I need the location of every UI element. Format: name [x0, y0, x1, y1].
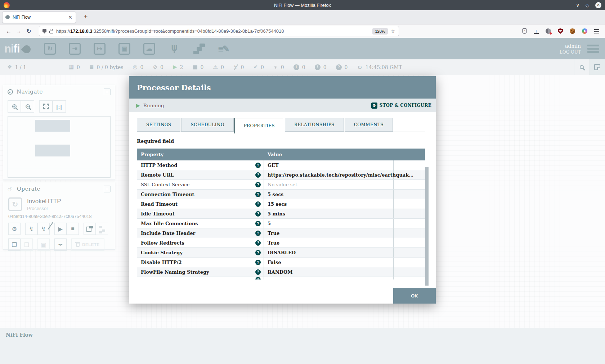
url-text[interactable]: https://172.18.0.3:32558/nifi/?processGr…	[56, 28, 369, 34]
property-value[interactable]: True	[264, 238, 394, 247]
password-manager-extension-icon[interactable]	[522, 28, 527, 34]
url-bar[interactable]: https://172.18.0.3:32558/nifi/?processGr…	[39, 26, 399, 36]
property-value[interactable]: 5	[264, 219, 394, 228]
new-tab-button[interactable]: +	[81, 13, 90, 21]
ublock-extension-icon[interactable]	[558, 28, 563, 34]
property-value[interactable]: GET	[264, 160, 394, 170]
property-name: Include Date Header	[141, 231, 195, 236]
property-value[interactable]: 5 secs	[264, 190, 394, 199]
property-row[interactable]: FlowFile Naming Strategy ? RANDOM	[137, 267, 425, 277]
dialog-title: Processor Details	[129, 76, 436, 99]
property-name: Connection Timeout	[141, 192, 194, 197]
property-name: FlowFile Naming Strategy	[141, 269, 209, 275]
help-icon[interactable]: ?	[255, 260, 261, 265]
table-scrollbar[interactable]	[425, 167, 429, 286]
dialog-tab[interactable]: SCHEDULING	[181, 118, 233, 132]
property-name: SSL Context Service	[141, 182, 189, 187]
lock-icon[interactable]	[49, 31, 53, 33]
property-value[interactable]: False	[264, 258, 394, 267]
property-row[interactable]: Idle Timeout ? 5 mins	[137, 209, 425, 219]
forward-icon[interactable]: →	[14, 28, 24, 35]
extension-icon[interactable]	[546, 28, 551, 34]
ok-button[interactable]: OK	[393, 288, 436, 304]
downloads-icon[interactable]: ↓	[534, 29, 539, 34]
property-value[interactable]: DISABLED	[264, 248, 394, 257]
window-title: NiFi Flow — Mozilla Firefox	[0, 3, 605, 8]
property-value[interactable]: No value set	[264, 180, 394, 189]
help-icon[interactable]: ?	[255, 211, 261, 217]
property-row[interactable]: Disable HTTP/2 ? False	[137, 258, 425, 267]
row-extra-cell	[394, 258, 422, 267]
value-column-header: Value	[264, 152, 394, 157]
property-column-header: Property	[137, 152, 264, 157]
table-header: Property Value	[137, 149, 425, 160]
dialog-tab[interactable]: COMMENTS	[345, 118, 393, 132]
property-name: Follow Redirects	[141, 240, 184, 246]
dialog-tab[interactable]: RELATIONSHIPS	[285, 118, 344, 132]
help-icon[interactable]: ?	[255, 201, 261, 207]
screen: NiFi Flow — Mozilla Firefox ∨ ◇ ✕ NiFi F…	[0, 0, 605, 364]
property-value[interactable]: True	[264, 228, 394, 238]
required-field-note: Required field	[137, 138, 425, 144]
property-row[interactable]: Follow Redirects ? True	[137, 238, 425, 248]
row-extra-cell	[394, 170, 422, 179]
nifi-app: nifi ↻ ⇥ ↦ ▣ ☁ ⋔ ≣✎ admin LOG OUT	[0, 38, 605, 364]
close-window-icon[interactable]: ✕	[595, 2, 601, 8]
property-value[interactable]: 5 mins	[264, 209, 394, 218]
help-icon[interactable]: ?	[255, 163, 261, 168]
row-extra-cell	[394, 248, 422, 257]
property-row[interactable]: HTTP Method ? GET	[137, 160, 425, 170]
tracking-protection-icon[interactable]	[42, 29, 46, 33]
minimize-icon[interactable]: ∨	[576, 3, 579, 8]
browser-navbar: ← → ↻ https://172.18.0.3:32558/nifi/?pro…	[0, 24, 605, 38]
property-value[interactable]: 15 secs	[264, 199, 394, 209]
properties-table: Property Value HTTP Method ?	[137, 149, 425, 279]
help-icon[interactable]: ?	[255, 221, 261, 226]
running-state-icon: ▶	[136, 103, 140, 108]
property-row[interactable]: Remote URL ? https://repo.stackable.tech…	[137, 170, 425, 180]
browser-tab[interactable]: NiFi Flow ✕	[2, 12, 76, 23]
property-name: Disable HTTP/2	[141, 260, 182, 265]
help-icon[interactable]: ?	[255, 269, 261, 275]
help-icon[interactable]: ?	[255, 182, 261, 187]
row-extra-cell	[394, 209, 422, 218]
help-icon[interactable]: ?	[255, 172, 261, 178]
dialog-tab[interactable]: PROPERTIES	[234, 118, 284, 133]
running-state-label: Running	[143, 103, 164, 108]
property-name: Max Idle Connections	[141, 221, 198, 226]
back-icon[interactable]: ←	[4, 28, 14, 35]
tab-close-icon[interactable]: ✕	[68, 14, 72, 20]
cookie-extension-icon[interactable]	[570, 28, 575, 34]
maximize-icon[interactable]: ◇	[586, 3, 589, 8]
row-extra-cell	[394, 219, 422, 228]
browser-tab-title: NiFi Flow	[13, 15, 65, 20]
row-extra-cell	[394, 228, 422, 238]
page-zoom-badge[interactable]: 120%	[372, 28, 387, 35]
stop-and-configure-button[interactable]: ⚙ STOP & CONFIGURE	[371, 103, 431, 109]
property-row[interactable]: Cookie Strategy ? DISABLED	[137, 248, 425, 258]
dialog-tab[interactable]: SETTINGS	[137, 118, 180, 132]
property-value[interactable]: https://repo.stackable.tech/repository/m…	[264, 170, 394, 179]
property-row[interactable]: Max Idle Connections ? 5	[137, 219, 425, 228]
bookmark-star-icon[interactable]: ☆	[391, 28, 395, 35]
property-name: Read Timeout	[141, 201, 178, 207]
row-extra-cell	[394, 180, 422, 189]
container-extension-icon[interactable]	[582, 28, 587, 34]
property-row[interactable]: SSL Context Service ? No value set	[137, 180, 425, 190]
row-extra-cell	[394, 238, 422, 247]
help-icon[interactable]: ?	[255, 231, 261, 236]
property-row[interactable]: Connection Timeout ? 5 secs	[137, 190, 425, 199]
property-row[interactable]: Include Date Header ? True	[137, 228, 425, 238]
processor-details-dialog: Processor Details ▶ Running ⚙ STOP & CON…	[129, 76, 436, 304]
property-name: Idle Timeout	[141, 211, 175, 217]
property-name: HTTP Method	[141, 163, 177, 168]
stop-configure-gear-icon: ⚙	[371, 103, 377, 109]
row-extra-cell	[394, 160, 422, 170]
help-icon[interactable]: ?	[255, 240, 261, 246]
help-icon[interactable]: ?	[255, 250, 261, 255]
property-row[interactable]: Read Timeout ? 15 secs	[137, 199, 425, 209]
browser-menu-icon[interactable]	[594, 29, 599, 33]
property-value[interactable]: RANDOM	[264, 267, 394, 277]
help-icon[interactable]: ?	[255, 192, 261, 197]
reload-icon[interactable]: ↻	[24, 28, 34, 35]
